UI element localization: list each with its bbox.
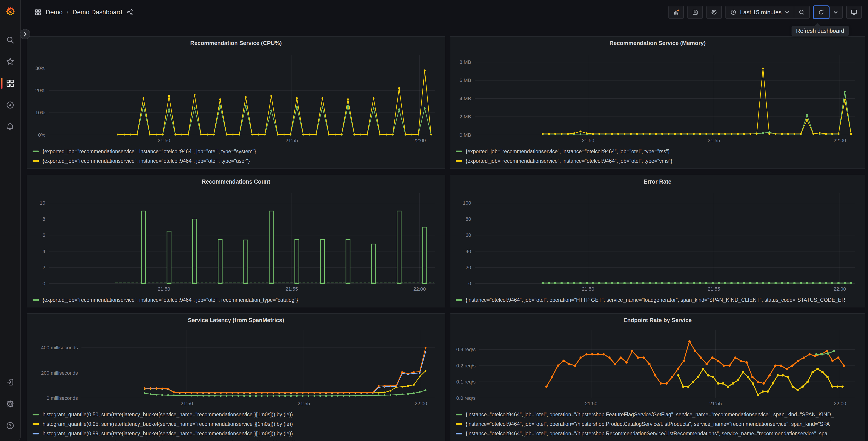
legend-service-latency: histogram_quantile(0.50, sum(rate(latenc… [33, 410, 443, 441]
svg-text:40: 40 [466, 248, 471, 254]
svg-text:0 MB: 0 MB [460, 132, 471, 138]
panel-error-rate: Error Rate 21:5021:5522:00020406080100 {… [450, 175, 865, 307]
svg-text:22:00: 22:00 [413, 138, 426, 143]
panel-service-latency: Service Latency (from SpanMetrics) 21:50… [27, 313, 445, 441]
legend-label: histogram_quantile(0.50, sum(rate(latenc… [42, 412, 293, 418]
legend-item[interactable]: histogram_quantile(0.999, sum(rate(laten… [33, 438, 443, 441]
legend-swatch [456, 151, 462, 152]
chevron-down-icon [785, 8, 790, 17]
chart-recommendation-cpu[interactable]: 21:5021:5522:000%10%20%30% [31, 49, 441, 146]
add-panel-button[interactable] [669, 6, 684, 19]
sidebar-expand-button[interactable] [20, 29, 30, 39]
svg-text:21:55: 21:55 [708, 138, 720, 143]
legend-item[interactable]: {instance="otelcol:9464", job="otel", op… [456, 295, 863, 305]
svg-text:0.1 req/s: 0.1 req/s [456, 379, 476, 385]
panel-endpoint-rate: Endpoint Rate by Service 21:5021:5522:00… [450, 313, 865, 441]
legend-swatch [33, 433, 39, 435]
panel-title[interactable]: Endpoint Rate by Service [450, 317, 865, 324]
gear-icon [711, 9, 718, 16]
gear-icon [6, 399, 15, 408]
legend-item[interactable]: {instance="otelcol:9464", job="otel", op… [456, 410, 863, 419]
dashboard-settings-button[interactable] [707, 6, 722, 19]
legend-item[interactable]: {instance="otelcol:9464", job="otel", op… [456, 438, 863, 441]
svg-text:0.2 req/s: 0.2 req/s [456, 363, 476, 369]
panel-title[interactable]: Error Rate [450, 178, 865, 185]
sidebar-item-explore[interactable] [2, 97, 18, 113]
panel-title[interactable]: Recommendations Count [27, 178, 445, 185]
legend-label: {exported_job="recommendationservice", i… [42, 158, 250, 164]
svg-text:21:50: 21:50 [585, 401, 597, 406]
legend-item[interactable]: histogram_quantile(0.99, sum(rate(latenc… [33, 429, 443, 438]
chart-endpoint-rate[interactable]: 21:5021:5522:000.0 req/s0.1 req/s0.2 req… [454, 326, 861, 409]
sidebar-item-search[interactable] [2, 32, 18, 48]
legend-item[interactable]: {instance="otelcol:9464", job="otel", op… [456, 429, 863, 438]
sidebar-item-alerting[interactable] [2, 119, 18, 135]
grafana-logo-icon[interactable] [4, 5, 16, 17]
legend-label: {instance="otelcol:9464", job="otel", op… [466, 412, 834, 418]
svg-text:21:50: 21:50 [582, 138, 594, 143]
kiosk-mode-button[interactable] [846, 6, 862, 19]
search-icon [6, 35, 15, 45]
svg-text:21:50: 21:50 [158, 286, 170, 292]
time-range-label: Last 15 minutes [740, 9, 781, 16]
legend-swatch [33, 160, 39, 162]
legend-swatch [456, 299, 462, 301]
svg-text:0.3 req/s: 0.3 req/s [456, 347, 476, 352]
svg-text:20%: 20% [35, 88, 45, 93]
legend-label: {instance="otelcol:9464", job="otel", op… [466, 297, 845, 303]
sidebar-item-sign-in[interactable] [2, 375, 18, 390]
breadcrumb-page[interactable]: Demo Dashboard [72, 9, 122, 16]
dashboards-grid-icon [6, 79, 15, 88]
svg-text:10%: 10% [35, 110, 45, 115]
dashboards-breadcrumb-icon[interactable] [34, 9, 42, 16]
legend-item[interactable]: {exported_job="recommendationservice", i… [456, 156, 863, 166]
chart-recommendations-count[interactable]: 21:5021:5522:000246810 [31, 187, 441, 294]
chart-recommendation-memory[interactable]: 21:5021:5522:000 MB2 MB4 MB6 MB8 MB [454, 49, 861, 146]
legend-item[interactable]: {instance="otelcol:9464", job="otel", op… [456, 419, 863, 429]
sidebar-item-help[interactable] [2, 418, 18, 433]
tooltip-refresh-dashboard: Refresh dashboard [792, 26, 849, 36]
breadcrumb-section[interactable]: Demo [46, 9, 63, 16]
sidebar-item-dashboards[interactable] [2, 76, 18, 91]
svg-text:21:55: 21:55 [285, 138, 298, 143]
legend-item[interactable]: {exported_job="recommendationservice", i… [33, 147, 443, 156]
refresh-interval-dropdown[interactable] [829, 6, 842, 18]
svg-text:0%: 0% [38, 132, 45, 138]
panel-title[interactable]: Recommendation Service (CPU%) [27, 40, 445, 47]
save-dashboard-button[interactable] [687, 6, 703, 19]
refresh-dashboard-button[interactable] [814, 6, 829, 18]
panel-title[interactable]: Service Latency (from SpanMetrics) [27, 317, 445, 324]
legend-swatch [456, 160, 462, 162]
legend-item[interactable]: {exported_job="recommendationservice", i… [456, 147, 863, 156]
panel-recommendation-cpu: Recommendation Service (CPU%) 21:5021:55… [27, 36, 445, 169]
compass-icon [6, 100, 15, 110]
add-panel-icon [673, 9, 680, 16]
svg-text:22:00: 22:00 [834, 286, 846, 292]
sidebar-item-starred[interactable] [2, 54, 18, 69]
legend-item[interactable]: {exported_job="recommendationservice", i… [33, 156, 443, 166]
svg-text:22:00: 22:00 [413, 286, 426, 292]
svg-text:8 MB: 8 MB [460, 59, 471, 65]
time-range-picker[interactable]: Last 15 minutes [726, 6, 794, 18]
chart-service-latency[interactable]: 21:5021:5522:000 milliseconds200 millise… [31, 326, 441, 409]
legend-item[interactable]: histogram_quantile(0.50, sum(rate(latenc… [33, 410, 443, 419]
svg-text:6: 6 [42, 232, 45, 238]
zoom-out-time-button[interactable] [794, 6, 809, 18]
chevron-right-icon [22, 31, 28, 37]
sidebar-item-settings[interactable] [2, 396, 18, 412]
top-navbar: Demo / Demo Dashboard [21, 0, 868, 25]
svg-text:20: 20 [466, 265, 471, 270]
breadcrumb: Demo / Demo Dashboard [34, 9, 133, 16]
panel-title[interactable]: Recommendation Service (Memory) [450, 40, 865, 47]
legend-item[interactable]: {exported_job="recommendationservice", i… [33, 295, 443, 305]
dashboard-toolbar: Last 15 minutes [669, 6, 862, 19]
sign-in-icon [6, 378, 15, 387]
svg-text:10: 10 [40, 200, 45, 206]
legend-recommendation-cpu: {exported_job="recommendationservice", i… [33, 147, 443, 166]
legend-recommendation-memory: {exported_job="recommendationservice", i… [456, 147, 863, 166]
legend-item[interactable]: histogram_quantile(0.95, sum(rate(latenc… [33, 419, 443, 429]
share-icon[interactable] [126, 9, 133, 16]
chart-error-rate[interactable]: 21:5021:5522:00020406080100 [454, 187, 861, 294]
star-icon [6, 57, 15, 66]
svg-text:21:50: 21:50 [181, 401, 193, 406]
